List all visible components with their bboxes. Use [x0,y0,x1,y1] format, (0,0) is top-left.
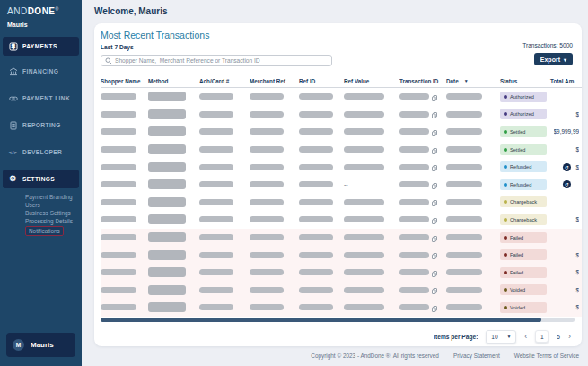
cell-date [446,199,500,205]
sidebar-merchant-name: Mauris [0,16,82,31]
cell-date [446,164,500,170]
cell-status: Voided [500,284,550,295]
sidebar-item-label: SETTINGS [22,176,55,182]
terms-of-service-link[interactable]: Website Terms of Service [514,353,579,359]
export-button[interactable]: Export ▾ [534,53,573,65]
settings-icon: ⚙ [8,174,18,184]
copy-icon[interactable] [432,212,437,228]
cell-status: Authorized [500,92,550,102]
cell-transaction-id [399,282,446,298]
sidebar-item-label: DEVELOPER [22,149,62,155]
subnav-item-processing-details[interactable]: Processing Details [25,217,73,225]
table-row[interactable]: Settled$ [101,141,582,159]
payments-icon: $ [8,41,18,51]
copy-icon[interactable] [432,106,437,122]
copy-icon[interactable] [432,159,437,175]
status-label: Settled [510,129,525,135]
items-per-page-select[interactable]: 10 ▼ [486,330,516,344]
sidebar-item-payments[interactable]: $PAYMENTS [3,37,79,56]
table-row[interactable]: Chargeback$ [101,211,582,229]
sidebar-item-label: FINANCING [22,68,58,74]
sidebar-user-button[interactable]: M Mauris [6,333,75,357]
skeleton-bar [250,269,284,275]
skeleton-bar [250,234,284,240]
amount-value: $ [575,287,579,293]
table-row[interactable]: Authorized$ [101,106,582,124]
cell-merchant-ref [250,128,299,135]
subnav-item-business-settings[interactable]: Business Settings [25,209,71,217]
skeleton-bar [199,128,233,135]
copy-icon[interactable] [432,142,437,158]
cell-merchant-ref [250,199,299,205]
status-label: Refunded [510,182,531,187]
copy-icon[interactable] [432,265,437,281]
horizontal-scrollbar[interactable] [101,318,575,322]
copy-icon[interactable] [432,89,437,105]
copy-icon[interactable] [432,177,437,193]
amount-value: $ [575,111,579,118]
sort-caret-icon[interactable]: ▼ [464,78,469,83]
previous-page-button[interactable]: ‹ [524,333,527,341]
skeleton-bar [299,252,333,258]
sidebar-item-developer[interactable]: </>DEVELOPER [3,143,79,161]
subnav-item-users[interactable]: Users [25,201,40,209]
table-row[interactable]: Refunded↺$ [101,158,582,176]
table-row[interactable]: Failed$ [101,246,582,264]
subnav-item-notifications[interactable]: Notifications [25,226,64,236]
skeleton-bar [446,111,482,118]
subnav-item-payment-branding[interactable]: Payment Branding [25,193,73,201]
table-row[interactable]: Voided$ [101,299,582,317]
privacy-statement-link[interactable]: Privacy Statement [453,353,500,359]
copy-icon[interactable] [432,230,437,246]
refund-info-icon[interactable]: ↺ [563,163,571,171]
cell-transaction-id [399,142,446,158]
column-label: Status [500,78,517,84]
copy-icon[interactable] [432,247,437,263]
page-number-current[interactable]: 1 [535,330,549,343]
cell-ach-card [199,164,250,170]
cell-status: Voided [500,302,550,313]
scrollbar-thumb[interactable] [101,318,541,322]
sidebar-item-payment-link[interactable]: PAYMENT LINK [3,89,79,108]
table-row[interactable]: --Refunded↺ [101,176,582,194]
table-row[interactable]: Chargeback [101,194,582,212]
column-header-merchant-ref: Merchant Ref [250,78,299,84]
table-row[interactable]: Authorized [101,88,582,106]
cell-status: Settled [500,126,550,137]
cell-ref-value [344,199,399,205]
refund-info-icon[interactable]: ↺ [563,180,571,188]
copy-icon[interactable] [432,124,437,140]
skeleton-bar [399,269,429,275]
cell-date [446,234,500,240]
status-dot-icon [504,200,507,204]
cell-transaction-id [399,230,446,246]
search-input[interactable] [115,57,328,64]
cell-merchant-ref [250,216,299,222]
date-range-label: Last 7 Days [101,44,332,50]
cell-merchant-ref [250,111,299,118]
copy-icon[interactable] [432,300,437,316]
table-row[interactable]: Voided$ [101,282,582,300]
skeleton-bar [250,199,284,205]
skeleton-bar [344,128,384,135]
sidebar-item-reporting[interactable]: REPORTING [3,116,79,135]
cell-ref-value [344,216,399,222]
page-number-last[interactable]: 5 [557,334,560,340]
skeleton-bar [299,304,333,310]
sidebar-item-financing[interactable]: FINANCING [3,62,79,81]
sidebar-item-settings[interactable]: ⚙SETTINGS [3,170,79,188]
column-label: Ref Value [344,78,369,84]
cell-date [446,287,500,293]
copy-icon[interactable] [432,282,437,298]
table-row[interactable]: Failed$ [101,264,582,282]
anddone-logo[interactable]: ANDDONE® [0,0,82,16]
table-row[interactable]: Settled$9,999,99 [101,123,582,141]
skeleton-bar [299,93,333,100]
status-badge: Settled [500,144,547,155]
cell-ref-value [344,93,399,100]
copy-icon[interactable] [432,194,437,210]
table-row[interactable]: Failed [101,229,582,247]
cell-ref-value [344,164,399,170]
search-bar[interactable] [101,55,332,66]
next-page-button[interactable]: › [568,333,571,341]
